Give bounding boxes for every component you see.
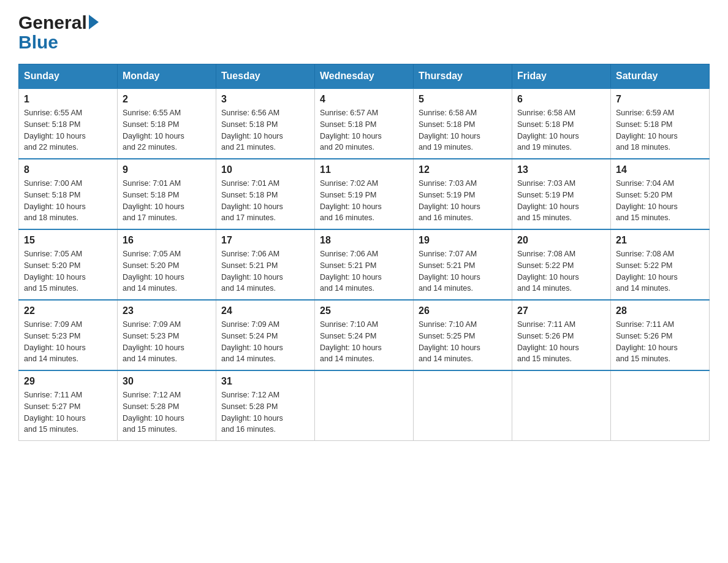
day-number: 16 <box>123 235 211 246</box>
day-info: Sunrise: 7:12 AMSunset: 5:28 PMDaylight:… <box>123 391 184 434</box>
day-number: 21 <box>616 235 704 246</box>
calendar-week-1: 1 Sunrise: 6:55 AMSunset: 5:18 PMDayligh… <box>19 88 710 159</box>
calendar-cell: 31 Sunrise: 7:12 AMSunset: 5:28 PMDaylig… <box>216 370 315 441</box>
day-number: 10 <box>221 164 309 175</box>
calendar-cell: 13 Sunrise: 7:03 AMSunset: 5:19 PMDaylig… <box>512 159 611 229</box>
calendar-table: SundayMondayTuesdayWednesdayThursdayFrid… <box>18 64 710 441</box>
day-info: Sunrise: 7:09 AMSunset: 5:23 PMDaylight:… <box>123 320 184 363</box>
day-number: 2 <box>123 94 211 105</box>
day-info: Sunrise: 7:01 AMSunset: 5:18 PMDaylight:… <box>221 179 283 222</box>
calendar-cell <box>611 370 710 441</box>
calendar-cell: 11 Sunrise: 7:02 AMSunset: 5:19 PMDaylig… <box>315 159 414 229</box>
day-number: 19 <box>419 235 507 246</box>
day-number: 30 <box>123 376 211 387</box>
day-number: 6 <box>517 94 605 105</box>
day-number: 13 <box>517 164 605 175</box>
calendar-cell: 2 Sunrise: 6:55 AMSunset: 5:18 PMDayligh… <box>118 88 216 159</box>
calendar-week-3: 15 Sunrise: 7:05 AMSunset: 5:20 PMDaylig… <box>19 229 710 300</box>
day-number: 14 <box>616 164 704 175</box>
calendar-cell: 5 Sunrise: 6:58 AMSunset: 5:18 PMDayligh… <box>414 88 512 159</box>
day-info: Sunrise: 7:11 AMSunset: 5:26 PMDaylight:… <box>616 320 678 363</box>
day-info: Sunrise: 7:05 AMSunset: 5:20 PMDaylight:… <box>123 250 184 293</box>
day-info: Sunrise: 6:57 AMSunset: 5:18 PMDaylight:… <box>320 109 382 151</box>
calendar-cell: 26 Sunrise: 7:10 AMSunset: 5:25 PMDaylig… <box>414 300 512 370</box>
day-number: 5 <box>419 94 507 105</box>
day-info: Sunrise: 6:56 AMSunset: 5:18 PMDaylight:… <box>221 109 283 151</box>
day-info: Sunrise: 7:11 AMSunset: 5:26 PMDaylight:… <box>517 320 579 363</box>
day-number: 23 <box>123 305 211 316</box>
col-header-tuesday: Tuesday <box>216 64 315 89</box>
col-header-wednesday: Wednesday <box>315 64 414 89</box>
day-number: 26 <box>419 305 507 316</box>
day-info: Sunrise: 7:08 AMSunset: 5:22 PMDaylight:… <box>517 250 579 293</box>
day-number: 3 <box>221 94 309 105</box>
calendar-header-row: SundayMondayTuesdayWednesdayThursdayFrid… <box>19 64 710 89</box>
day-info: Sunrise: 7:04 AMSunset: 5:20 PMDaylight:… <box>616 179 678 222</box>
day-number: 11 <box>320 164 408 175</box>
day-info: Sunrise: 7:03 AMSunset: 5:19 PMDaylight:… <box>517 179 579 222</box>
calendar-cell: 9 Sunrise: 7:01 AMSunset: 5:18 PMDayligh… <box>118 159 216 229</box>
day-number: 12 <box>419 164 507 175</box>
logo-triangle-icon <box>89 15 99 29</box>
day-info: Sunrise: 7:07 AMSunset: 5:21 PMDaylight:… <box>419 250 480 293</box>
day-number: 4 <box>320 94 408 105</box>
calendar-cell: 22 Sunrise: 7:09 AMSunset: 5:23 PMDaylig… <box>19 300 118 370</box>
calendar-cell: 12 Sunrise: 7:03 AMSunset: 5:19 PMDaylig… <box>414 159 512 229</box>
day-number: 27 <box>517 305 605 316</box>
calendar-cell: 17 Sunrise: 7:06 AMSunset: 5:21 PMDaylig… <box>216 229 315 300</box>
calendar-cell: 14 Sunrise: 7:04 AMSunset: 5:20 PMDaylig… <box>611 159 710 229</box>
calendar-cell: 15 Sunrise: 7:05 AMSunset: 5:20 PMDaylig… <box>19 229 118 300</box>
day-number: 28 <box>616 305 704 316</box>
calendar-cell: 4 Sunrise: 6:57 AMSunset: 5:18 PMDayligh… <box>315 88 414 159</box>
day-info: Sunrise: 7:05 AMSunset: 5:20 PMDaylight:… <box>24 250 86 293</box>
day-info: Sunrise: 7:02 AMSunset: 5:19 PMDaylight:… <box>320 179 382 222</box>
calendar-cell: 10 Sunrise: 7:01 AMSunset: 5:18 PMDaylig… <box>216 159 315 229</box>
col-header-thursday: Thursday <box>414 64 512 89</box>
calendar-cell: 24 Sunrise: 7:09 AMSunset: 5:24 PMDaylig… <box>216 300 315 370</box>
calendar-cell: 8 Sunrise: 7:00 AMSunset: 5:18 PMDayligh… <box>19 159 118 229</box>
day-number: 25 <box>320 305 408 316</box>
day-number: 1 <box>24 94 112 105</box>
calendar-cell: 16 Sunrise: 7:05 AMSunset: 5:20 PMDaylig… <box>118 229 216 300</box>
day-number: 18 <box>320 235 408 246</box>
calendar-cell: 18 Sunrise: 7:06 AMSunset: 5:21 PMDaylig… <box>315 229 414 300</box>
day-info: Sunrise: 6:59 AMSunset: 5:18 PMDaylight:… <box>616 109 678 151</box>
day-info: Sunrise: 6:55 AMSunset: 5:18 PMDaylight:… <box>123 109 184 151</box>
col-header-sunday: Sunday <box>19 64 118 89</box>
day-info: Sunrise: 6:58 AMSunset: 5:18 PMDaylight:… <box>517 109 579 151</box>
day-number: 24 <box>221 305 309 316</box>
page-header: General Blue <box>18 12 710 52</box>
logo: General Blue <box>18 12 99 52</box>
day-number: 9 <box>123 164 211 175</box>
calendar-cell <box>512 370 611 441</box>
day-info: Sunrise: 7:09 AMSunset: 5:23 PMDaylight:… <box>24 320 86 363</box>
day-number: 15 <box>24 235 112 246</box>
calendar-cell: 1 Sunrise: 6:55 AMSunset: 5:18 PMDayligh… <box>19 88 118 159</box>
calendar-week-4: 22 Sunrise: 7:09 AMSunset: 5:23 PMDaylig… <box>19 300 710 370</box>
col-header-saturday: Saturday <box>611 64 710 89</box>
day-info: Sunrise: 7:03 AMSunset: 5:19 PMDaylight:… <box>419 179 480 222</box>
calendar-cell: 29 Sunrise: 7:11 AMSunset: 5:27 PMDaylig… <box>19 370 118 441</box>
day-number: 17 <box>221 235 309 246</box>
calendar-cell <box>315 370 414 441</box>
calendar-cell: 27 Sunrise: 7:11 AMSunset: 5:26 PMDaylig… <box>512 300 611 370</box>
calendar-cell: 23 Sunrise: 7:09 AMSunset: 5:23 PMDaylig… <box>118 300 216 370</box>
day-info: Sunrise: 7:06 AMSunset: 5:21 PMDaylight:… <box>221 250 283 293</box>
calendar-cell: 20 Sunrise: 7:08 AMSunset: 5:22 PMDaylig… <box>512 229 611 300</box>
day-number: 8 <box>24 164 112 175</box>
col-header-monday: Monday <box>118 64 216 89</box>
calendar-week-2: 8 Sunrise: 7:00 AMSunset: 5:18 PMDayligh… <box>19 159 710 229</box>
day-info: Sunrise: 7:01 AMSunset: 5:18 PMDaylight:… <box>123 179 184 222</box>
day-info: Sunrise: 7:10 AMSunset: 5:24 PMDaylight:… <box>320 320 382 363</box>
calendar-cell: 19 Sunrise: 7:07 AMSunset: 5:21 PMDaylig… <box>414 229 512 300</box>
logo-blue-text: Blue <box>18 33 58 52</box>
calendar-cell: 7 Sunrise: 6:59 AMSunset: 5:18 PMDayligh… <box>611 88 710 159</box>
col-header-friday: Friday <box>512 64 611 89</box>
calendar-cell: 6 Sunrise: 6:58 AMSunset: 5:18 PMDayligh… <box>512 88 611 159</box>
day-number: 22 <box>24 305 112 316</box>
day-number: 31 <box>221 376 309 387</box>
calendar-cell: 21 Sunrise: 7:08 AMSunset: 5:22 PMDaylig… <box>611 229 710 300</box>
logo-general-text: General <box>18 12 87 33</box>
day-info: Sunrise: 7:06 AMSunset: 5:21 PMDaylight:… <box>320 250 382 293</box>
day-info: Sunrise: 7:08 AMSunset: 5:22 PMDaylight:… <box>616 250 678 293</box>
